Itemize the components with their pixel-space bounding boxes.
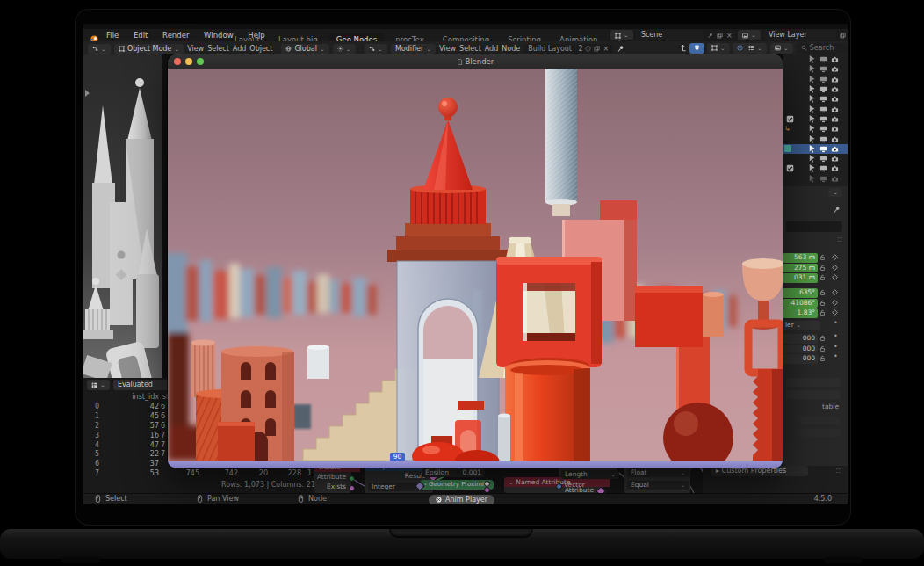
epsilon-input[interactable]: Epsilon0.001 — [422, 468, 485, 477]
scene-copy-icon[interactable] — [717, 33, 723, 39]
lock-icon[interactable] — [819, 300, 826, 306]
animate-dot-icon[interactable]: • — [834, 319, 838, 327]
lock-icon[interactable] — [819, 274, 826, 280]
scale-z-field[interactable]: 000 — [783, 354, 818, 364]
compare-type-dropdown[interactable]: Float⌄ — [627, 468, 689, 477]
length-dropdown[interactable]: Length⌄ — [561, 470, 619, 479]
viewlayer-browse-button[interactable]: ⌄ — [738, 30, 761, 40]
scene-browse-button[interactable]: ⌄ — [610, 30, 633, 40]
menu-file[interactable]: File — [100, 29, 125, 41]
viewport-editor-type-button[interactable]: ⌄ — [88, 44, 111, 54]
anim-player-button[interactable]: Anim Player — [429, 495, 494, 505]
outliner-row[interactable] — [783, 64, 848, 74]
object-name-field[interactable] — [786, 221, 842, 232]
properties-tab-dropdown[interactable]: ⌄ — [828, 188, 842, 197]
viewport-select-menu[interactable]: Select — [207, 43, 229, 55]
outliner-row[interactable] — [783, 154, 848, 163]
property-field[interactable] — [786, 390, 841, 399]
node-group-users[interactable]: 2 — [578, 44, 582, 54]
viewport-add-menu[interactable]: Add — [233, 43, 247, 55]
rotation-y-field[interactable]: 41086° — [783, 299, 818, 308]
panel-options-icon[interactable]: :: — [836, 467, 841, 475]
rotation-z-field[interactable]: 1.83° — [783, 308, 818, 318]
keyframe-icon[interactable] — [832, 309, 838, 316]
property-field[interactable] — [800, 429, 841, 437]
pin-node-icon[interactable] — [617, 45, 624, 53]
fake-user-icon[interactable] — [585, 46, 591, 52]
animate-dot-icon[interactable]: • — [834, 332, 838, 340]
insert-keyframe-icon[interactable] — [679, 44, 687, 52]
scale-y-field[interactable]: 000 — [783, 345, 818, 354]
player-scrub-bar[interactable] — [168, 461, 783, 468]
outliner-display-dropdown[interactable]: ⌄ — [744, 43, 767, 54]
viewport-view-menu[interactable]: View — [187, 43, 204, 55]
outliner-row[interactable] — [783, 114, 848, 124]
keyframe-icon[interactable] — [832, 274, 838, 280]
lock-icon[interactable] — [819, 309, 826, 316]
modifier-dropdown[interactable]: Modifier⌄ — [391, 44, 436, 54]
outliner-row[interactable] — [783, 174, 848, 184]
animate-dot-icon[interactable]: • — [834, 352, 838, 360]
outliner-row[interactable] — [783, 75, 848, 84]
nodes-add-menu[interactable]: Add — [485, 43, 499, 55]
nodes-editor-type-button[interactable]: ⌄ — [365, 44, 387, 54]
node-group-field[interactable]: Build Layout 2 × — [523, 44, 613, 54]
checkbox-icon[interactable] — [786, 115, 794, 123]
location-x-field[interactable]: 563 m — [783, 253, 818, 263]
orientation-dropdown[interactable]: Global⌄ — [281, 44, 328, 54]
animate-dot-icon[interactable]: • — [834, 343, 838, 351]
lock-icon[interactable] — [819, 355, 826, 361]
outliner-row[interactable] — [783, 84, 848, 94]
keyframe-icon[interactable] — [832, 289, 838, 295]
nodes-select-menu[interactable]: Select — [459, 43, 481, 55]
scene-name-field[interactable]: Scene — [637, 30, 704, 40]
socket-gp-out2[interactable] — [484, 487, 490, 493]
scene-close-icon[interactable]: × — [726, 32, 733, 40]
outliner-row[interactable] — [783, 94, 848, 104]
compare-op-dropdown[interactable]: Equal⌄ — [627, 481, 689, 490]
snap-toggle[interactable] — [689, 43, 704, 54]
socket-vector[interactable] — [556, 483, 562, 490]
lock-icon[interactable] — [819, 254, 826, 260]
socket-gp-out1[interactable] — [484, 481, 490, 487]
panel-options-icon[interactable]: :: — [838, 236, 842, 243]
render-window[interactable]: Blender — [168, 54, 783, 468]
outliner-row-selected[interactable] — [783, 144, 848, 154]
outliner-filter-type-dropdown[interactable]: ⌄ — [770, 43, 793, 54]
outliner-row[interactable]: ↳ — [783, 124, 848, 134]
scene-pin-icon[interactable] — [707, 33, 713, 39]
outliner-row[interactable] — [783, 54, 848, 64]
location-z-field[interactable]: 031 m — [783, 273, 818, 283]
new-nodegroup-icon[interactable] — [594, 46, 600, 52]
nodes-view-menu[interactable]: View — [439, 43, 456, 55]
outliner-row[interactable] — [783, 104, 848, 113]
outliner-row[interactable] — [783, 134, 848, 143]
lock-icon[interactable] — [819, 265, 826, 271]
keyframe-icon[interactable] — [832, 265, 838, 271]
menu-edit[interactable]: Edit — [127, 29, 154, 41]
properties-pin-icon[interactable] — [833, 206, 841, 214]
blender-logo-icon[interactable] — [89, 31, 98, 40]
scale-x-field[interactable]: 000 — [783, 334, 818, 344]
table-row[interactable]: 7537457422022810. — [83, 469, 321, 479]
object-mode-dropdown[interactable]: Object Mode⌄ — [114, 44, 184, 54]
rotation-mode-dropdown[interactable]: ler ⌄ — [783, 321, 820, 330]
unlink-nodegroup-icon[interactable]: × — [603, 44, 609, 54]
location-y-field[interactable]: 275 m — [783, 264, 818, 273]
col-inst-idx[interactable]: inst_idx — [103, 393, 159, 401]
snap-mode-dropdown[interactable]: ⌄ — [707, 43, 730, 54]
viewlayer-name-field[interactable]: View Layer — [764, 30, 836, 40]
property-field[interactable] — [786, 378, 841, 387]
spreadsheet-editor-type-button[interactable]: ⌄ — [87, 380, 110, 390]
outliner-row[interactable] — [783, 163, 848, 173]
property-field[interactable] — [800, 417, 841, 424]
lock-icon[interactable] — [819, 335, 826, 341]
stop-icon[interactable] — [436, 497, 442, 503]
clay-viewport[interactable] — [83, 54, 162, 378]
pivot-dropdown[interactable]: ⌄ — [333, 44, 356, 54]
render-image[interactable] — [168, 69, 783, 461]
render-window-titlebar[interactable]: Blender — [168, 54, 783, 69]
menu-render[interactable]: Render — [156, 29, 195, 41]
nodes-node-menu[interactable]: Node — [502, 43, 520, 55]
socket-exists[interactable] — [349, 485, 355, 491]
